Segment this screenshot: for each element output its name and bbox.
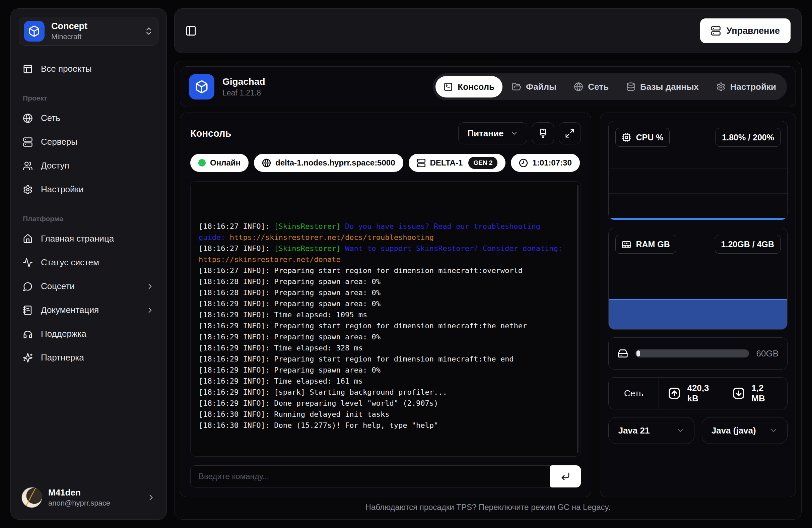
- network-label: Сеть: [609, 377, 659, 409]
- database-icon: [626, 82, 636, 91]
- chart-gridline: [609, 285, 787, 285]
- sidebar-item-label: Соцсети: [41, 281, 75, 291]
- ram-chart: RAM GB 1.20GB / 4GB: [608, 228, 787, 330]
- java-version-value: Java 21: [618, 426, 650, 436]
- tab-network[interactable]: Сеть: [566, 76, 617, 98]
- tps-tip: Наблюдаются просадки TPS? Переключите ре…: [180, 497, 796, 514]
- log-line: [18:16:29 INFO]: Time elapsed: 1095 ms: [199, 309, 567, 320]
- user-menu[interactable]: M41den anon@hyprr.space: [19, 484, 158, 511]
- sidebar-item-label: Статус систем: [41, 257, 99, 268]
- log-line: [18:16:29 INFO]: Done preparing level "w…: [199, 398, 567, 409]
- user-name: M41den: [48, 487, 110, 498]
- sidebar-item-docs[interactable]: Документация: [19, 298, 158, 322]
- server-version: Leaf 1.21.8: [222, 88, 265, 98]
- java-flavor-select[interactable]: Java (java): [702, 417, 787, 444]
- server-header: Gigachad Leaf 1.21.8 Консоль Файлы Сеть: [180, 66, 796, 107]
- clear-console-button[interactable]: [532, 122, 554, 144]
- sidebar-item-status[interactable]: Статус систем: [19, 251, 158, 274]
- upload-value: 420,3 kB: [687, 383, 714, 404]
- ram-label: RAM GB: [636, 240, 670, 249]
- chevron-down-icon: [769, 426, 778, 435]
- disk-usage: 60GB: [608, 337, 787, 370]
- uptime-value: 1:01:07:30: [532, 158, 571, 168]
- topbar: Управление: [174, 9, 802, 53]
- sidebar: Concept Minecraft Все проекты Проект Сет…: [10, 9, 167, 519]
- brand-logo: [24, 21, 45, 42]
- power-dropdown[interactable]: Питание: [458, 122, 527, 144]
- house-icon: [23, 234, 33, 244]
- cpu-value-chip: 1.80% / 200%: [715, 128, 781, 147]
- main-area: Управление Gigachad Leaf 1.21.8 Консоль …: [174, 9, 802, 519]
- server-icon: [23, 137, 33, 147]
- sidebar-item-access[interactable]: Доступ: [19, 154, 158, 177]
- section-title-platform: Платформа: [23, 215, 158, 223]
- online-dot-icon: [198, 159, 206, 167]
- log-line: [18:16:28 INFO]: Preparing spawn area: 0…: [199, 276, 567, 287]
- sidebar-item-network[interactable]: Сеть: [19, 106, 158, 130]
- status-badge-online: Онлайн: [190, 154, 249, 172]
- sidebar-item-label: Все проекты: [41, 64, 92, 74]
- sidebar-item-label: Доступ: [41, 160, 69, 171]
- users-icon: [23, 161, 33, 171]
- server-address: delta-1.nodes.hyprr.space:5000: [275, 158, 395, 168]
- network-upload: 420,3 kB: [659, 377, 723, 409]
- server-icon: [711, 26, 721, 36]
- server-address-chip[interactable]: delta-1.nodes.hyprr.space:5000: [254, 154, 403, 172]
- chevron-right-icon: [146, 306, 155, 315]
- node-name: DELTA-1: [430, 158, 463, 168]
- log-line: [18:16:28 INFO]: Preparing spawn area: 0…: [199, 287, 567, 298]
- log-line: [18:16:29 INFO]: Preparing start region …: [199, 354, 567, 365]
- log-line: [18:16:30 INFO]: Done (15.277s)! For hel…: [199, 420, 567, 431]
- java-flavor-value: Java (java): [711, 426, 756, 436]
- power-label: Питание: [467, 128, 504, 139]
- avatar: [21, 487, 42, 508]
- tab-console[interactable]: Консоль: [435, 76, 503, 98]
- log-line: [18:16:29 INFO]: Preparing start region …: [199, 320, 567, 331]
- send-command-button[interactable]: [550, 465, 581, 487]
- network-download: 1,2 MB: [723, 377, 787, 409]
- sidebar-item-home[interactable]: Главная страница: [19, 227, 158, 251]
- node-gen-badge: GEN 2: [468, 157, 497, 169]
- notebook-icon: [23, 305, 33, 315]
- cpu-chip: CPU %: [615, 128, 670, 147]
- sidebar-item-servers[interactable]: Серверы: [19, 130, 158, 154]
- sidebar-item-partner[interactable]: Партнерка: [19, 346, 158, 370]
- log-line: [18:16:30 INFO]: Running delayed init ta…: [199, 409, 567, 420]
- console-scrollbar[interactable]: [577, 185, 579, 453]
- cpu-chart: CPU % 1.80% / 200%: [608, 121, 787, 220]
- globe-icon: [262, 158, 271, 168]
- sidebar-item-all-projects[interactable]: Все проекты: [19, 57, 158, 81]
- clock-icon: [519, 158, 528, 168]
- sidebar-item-settings[interactable]: Настройки: [19, 177, 158, 201]
- broom-icon: [538, 128, 548, 138]
- command-input[interactable]: [190, 465, 581, 487]
- headset-icon: [23, 329, 33, 339]
- sidebar-item-label: Настройки: [41, 184, 84, 195]
- online-label: Онлайн: [210, 158, 241, 168]
- node-chip: DELTA-1 GEN 2: [409, 154, 506, 172]
- chat-bubble-icon: [23, 282, 33, 291]
- gear-icon: [716, 82, 726, 91]
- command-row: [190, 465, 581, 487]
- log-line: [18:16:27 INFO]: [SkinsRestorer] Want to…: [199, 243, 567, 265]
- console-log[interactable]: [18:16:27 INFO]: [SkinsRestorer] Do you …: [190, 181, 581, 457]
- sidebar-toggle-button[interactable]: [185, 25, 197, 37]
- disk-progress-fill: [637, 351, 640, 356]
- tab-files[interactable]: Файлы: [504, 76, 564, 98]
- download-value: 1,2 MB: [751, 383, 779, 404]
- log-line: [18:16:27 INFO]: [SkinsRestorer] Do you …: [199, 221, 567, 243]
- tab-databases[interactable]: Базы данных: [618, 76, 707, 98]
- sidebar-item-support[interactable]: Поддержка: [19, 322, 158, 346]
- chevron-right-icon: [146, 493, 156, 502]
- tab-settings[interactable]: Настройки: [708, 76, 784, 98]
- manage-button[interactable]: Управление: [700, 18, 791, 43]
- sidebar-item-socials[interactable]: Соцсети: [19, 274, 158, 298]
- brand-name: Concept: [51, 21, 87, 31]
- project-switcher[interactable]: Concept Minecraft: [19, 17, 158, 45]
- cube-icon: [28, 25, 40, 37]
- tab-label: Базы данных: [640, 82, 699, 92]
- folder-open-icon: [512, 82, 521, 91]
- java-version-select[interactable]: Java 21: [608, 417, 694, 444]
- fullscreen-button[interactable]: [559, 122, 581, 144]
- java-settings: Java 21 Java (java): [608, 417, 787, 444]
